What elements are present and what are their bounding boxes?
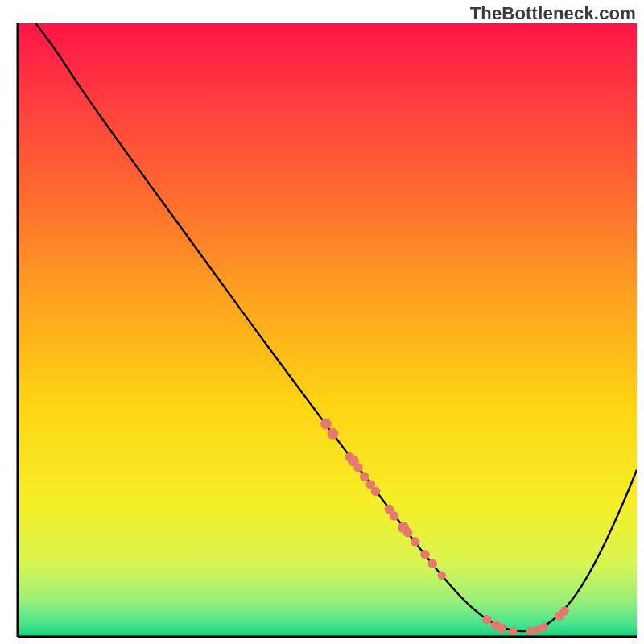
- data-dot: [371, 487, 381, 497]
- data-dot: [438, 572, 446, 580]
- data-dot: [526, 627, 535, 635]
- data-dot: [411, 537, 420, 547]
- gradient-background: [18, 23, 637, 637]
- data-dot: [328, 428, 339, 440]
- chart-stage: TheBottleneck.com: [0, 0, 644, 644]
- data-dot: [427, 559, 437, 569]
- watermark-text: TheBottleneck.com: [470, 3, 636, 24]
- data-dot: [403, 528, 413, 538]
- bottleneck-chart: [0, 0, 644, 644]
- data-dot: [482, 615, 492, 625]
- data-dot: [320, 419, 332, 430]
- data-dot: [497, 624, 507, 634]
- data-dot: [353, 463, 363, 473]
- data-dot: [360, 472, 369, 481]
- data-dot: [539, 623, 547, 631]
- data-dot: [509, 627, 517, 635]
- data-dot: [559, 606, 569, 616]
- data-dot: [420, 550, 430, 559]
- data-dot: [390, 511, 399, 521]
